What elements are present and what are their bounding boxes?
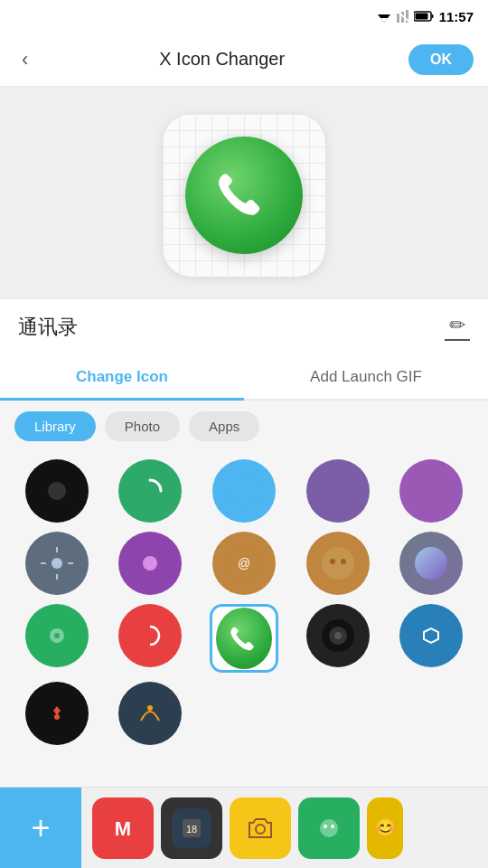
svg-rect-2	[397, 14, 399, 23]
icon-grid: @	[0, 452, 488, 752]
svg-point-14	[415, 475, 447, 507]
svg-point-41	[147, 705, 153, 711]
svg-point-16	[52, 558, 62, 569]
list-item[interactable]	[25, 532, 89, 595]
svg-point-39	[54, 714, 60, 720]
list-item[interactable]	[118, 459, 182, 523]
app-icon-preview	[185, 137, 303, 254]
list-item[interactable]: @	[212, 532, 276, 595]
svg-text:M: M	[115, 817, 131, 840]
svg-point-51	[324, 825, 327, 828]
pill-photo[interactable]: Photo	[105, 411, 180, 441]
top-bar: ‹ X Icon Changer OK	[0, 33, 488, 87]
status-bar: 11:57	[0, 0, 488, 33]
list-item[interactable]	[298, 797, 360, 859]
pill-apps[interactable]: Apps	[189, 411, 259, 441]
svg-text:18: 18	[186, 824, 197, 835]
list-item[interactable]	[212, 459, 276, 523]
battery-icon	[414, 11, 434, 22]
list-item[interactable]	[210, 604, 278, 673]
svg-text:😊: 😊	[374, 816, 397, 838]
svg-point-26	[330, 559, 335, 564]
svg-point-25	[322, 547, 354, 580]
pill-library[interactable]: Library	[14, 411, 96, 441]
list-item[interactable]	[306, 459, 370, 523]
status-time: 11:57	[439, 9, 474, 24]
bottom-icon-strip: M 18 😊	[81, 797, 414, 859]
list-item[interactable]	[118, 532, 182, 595]
svg-point-28	[415, 547, 447, 580]
svg-point-35	[334, 632, 342, 639]
list-item[interactable]	[118, 682, 182, 745]
tab-add-launch-gif[interactable]: Add Launch GIF	[244, 355, 488, 399]
svg-point-36	[415, 619, 447, 652]
list-item[interactable]	[230, 797, 291, 859]
svg-point-52	[331, 825, 334, 828]
phone-icon	[211, 163, 277, 228]
list-item[interactable]	[399, 532, 463, 595]
svg-text:@: @	[238, 556, 250, 571]
list-item[interactable]: 18	[161, 797, 222, 859]
wifi-icon	[376, 10, 392, 23]
list-item[interactable]	[306, 604, 370, 667]
status-icons	[376, 10, 434, 23]
tab-change-icon[interactable]: Change Icon	[0, 355, 244, 399]
filter-pills: Library Photo Apps	[0, 401, 488, 452]
svg-rect-47	[240, 808, 280, 848]
list-item[interactable]	[399, 604, 463, 667]
list-item[interactable]	[399, 459, 463, 523]
svg-point-31	[54, 633, 60, 638]
svg-point-22	[143, 556, 157, 571]
tabs-section: Change Icon Add Launch GIF	[0, 355, 488, 401]
svg-point-50	[320, 819, 338, 837]
add-button[interactable]: +	[0, 788, 81, 869]
svg-point-13	[322, 475, 354, 507]
svg-rect-7	[431, 14, 433, 18]
list-item[interactable]	[25, 604, 89, 667]
edit-name-button[interactable]: ✏	[445, 314, 470, 341]
icon-preview-box	[163, 114, 325, 277]
signal-icon	[396, 10, 410, 23]
svg-point-10	[48, 482, 66, 500]
icon-preview-section	[0, 87, 488, 298]
svg-point-12	[228, 475, 260, 507]
list-item[interactable]: M	[92, 797, 154, 859]
svg-point-40	[134, 697, 166, 730]
list-item[interactable]: 😊	[367, 797, 403, 859]
svg-rect-8	[415, 14, 427, 20]
svg-point-32	[134, 619, 166, 652]
svg-marker-1	[380, 18, 388, 23]
app-name-field: 通讯录 ✏	[0, 298, 488, 355]
back-button[interactable]: ‹	[14, 41, 35, 79]
list-item[interactable]	[25, 459, 89, 523]
bottom-bar: + M 18 😊	[0, 787, 488, 868]
app-name-text: 通讯录	[18, 314, 78, 341]
list-item[interactable]	[25, 682, 89, 745]
list-item[interactable]	[306, 532, 370, 595]
add-icon: +	[31, 809, 50, 847]
list-item[interactable]	[118, 604, 182, 667]
svg-point-27	[341, 559, 346, 564]
page-title: X Icon Changer	[159, 49, 285, 70]
ok-button[interactable]: OK	[408, 44, 474, 75]
